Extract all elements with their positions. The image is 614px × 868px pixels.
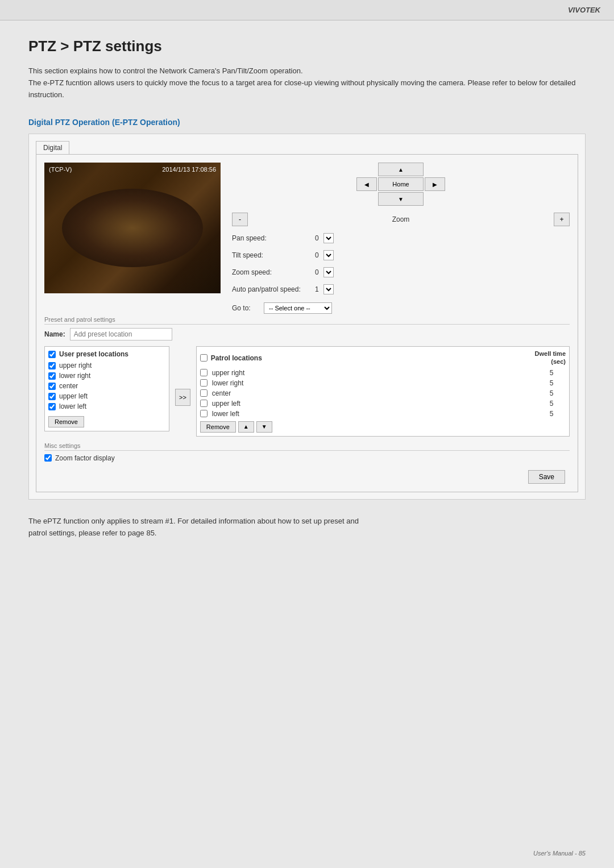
zoom-speed-row: Zoom speed: 0 ▼: [232, 267, 570, 277]
tab-digital[interactable]: Digital: [36, 141, 69, 154]
patrol-down-button[interactable]: ▼: [256, 421, 272, 433]
patrol-box: Patrol locations Dwell time(sec) upper r…: [196, 346, 570, 436]
up-button[interactable]: ▲: [378, 163, 424, 176]
zoom-factor-label: Zoom factor display: [55, 454, 115, 462]
brand-label: VIVOTEK: [568, 6, 600, 14]
pan-speed-label: Pan speed:: [232, 234, 312, 242]
camera-feed: (TCP-V) 2014/1/13 17:08:56: [44, 163, 221, 293]
patrol-remove-button[interactable]: Remove: [200, 421, 236, 433]
zoom-label: Zoom: [250, 215, 551, 223]
user-presets-remove-button[interactable]: Remove: [48, 416, 84, 427]
preset-item-upper-right: upper right: [48, 362, 165, 369]
preset-checkbox-lower-right[interactable]: [48, 372, 56, 380]
dwell-time-header: Dwell time(sec): [535, 350, 566, 365]
preset-layout: User preset locations upper right lower …: [44, 346, 570, 436]
preset-section: Preset and patrol settings Name: User pr…: [44, 316, 570, 436]
tilt-speed-row: Tilt speed: 0 ▼: [232, 250, 570, 260]
user-presets-checkbox[interactable]: [48, 351, 56, 358]
right-button[interactable]: ▶: [425, 177, 445, 191]
patrol-item-lower-left: lower left 5: [200, 410, 566, 418]
patrol-item-upper-right: upper right 5: [200, 369, 566, 377]
preset-item-upper-left: upper left: [48, 392, 165, 400]
page: VIVOTEK PTZ > PTZ settings This section …: [0, 0, 614, 868]
patrol-checkbox-lower-right[interactable]: [200, 379, 208, 387]
zoom-minus-button[interactable]: -: [232, 213, 248, 226]
patrol-item-lower-right: lower right 5: [200, 379, 566, 387]
goto-select[interactable]: -- Select one --: [264, 302, 332, 314]
section-title: Digital PTZ Operation (E-PTZ Operation): [28, 118, 586, 127]
zoom-speed-value: 0: [315, 268, 319, 276]
tilt-speed-value: 0: [315, 251, 319, 259]
tilt-speed-select[interactable]: ▼: [323, 250, 334, 260]
preset-item-lower-left: lower left: [48, 402, 165, 410]
camera-datetime: 2014/1/13 17:08:56: [162, 166, 216, 173]
patrol-header-checkbox[interactable]: [200, 354, 208, 362]
footer-text: The ePTZ function only applies to stream…: [28, 516, 586, 539]
auto-pan-label: Auto pan/patrol speed:: [232, 285, 312, 293]
patrol-item-upper-left: upper left 5: [200, 400, 566, 408]
pan-speed-value: 0: [315, 234, 319, 242]
misc-section: Misc settings Zoom factor display: [44, 442, 570, 462]
zoom-speed-label: Zoom speed:: [232, 268, 312, 276]
patrol-checkbox-lower-left[interactable]: [200, 410, 208, 417]
ptz-layout: (TCP-V) 2014/1/13 17:08:56 ▲ ◀ Hom: [44, 163, 570, 314]
pan-speed-row: Pan speed: 0 ▼: [232, 233, 570, 243]
user-presets-header: User preset locations: [48, 350, 165, 358]
main-panel: Digital (TCP-V) 2014/1/13 17:08:56: [28, 134, 586, 499]
preset-checkbox-upper-left[interactable]: [48, 393, 56, 400]
camera-overlay: (TCP-V): [49, 166, 72, 173]
zoom-factor-item: Zoom factor display: [44, 454, 570, 462]
home-button[interactable]: Home: [378, 177, 424, 191]
patrol-header: Patrol locations: [200, 354, 262, 362]
controls-panel: ▲ ◀ Home ▶ ▼: [232, 163, 570, 314]
tilt-speed-label: Tilt speed:: [232, 251, 312, 259]
down-button[interactable]: ▼: [378, 192, 424, 206]
preset-checkbox-center[interactable]: [48, 383, 56, 390]
zoom-plus-button[interactable]: +: [554, 213, 570, 226]
tab-bar: Digital: [36, 141, 578, 154]
pan-speed-select[interactable]: ▼: [323, 233, 334, 243]
misc-title: Misc settings: [44, 442, 570, 451]
zoom-speed-select[interactable]: ▼: [323, 267, 334, 277]
page-title: PTZ > PTZ settings: [28, 38, 586, 55]
move-to-patrol-button[interactable]: >>: [175, 389, 190, 406]
goto-label: Go to:: [232, 304, 260, 312]
auto-pan-select[interactable]: ▼: [323, 284, 334, 294]
patrol-up-button[interactable]: ▲: [238, 421, 254, 433]
patrol-checkbox-upper-right[interactable]: [200, 369, 208, 376]
top-bar: VIVOTEK: [0, 0, 614, 20]
name-row: Name:: [44, 328, 570, 340]
left-button[interactable]: ◀: [356, 177, 377, 191]
goto-row: Go to: -- Select one --: [232, 302, 570, 314]
preset-checkbox-upper-right[interactable]: [48, 362, 56, 369]
preset-section-title: Preset and patrol settings: [44, 316, 570, 325]
page-number: User's Manual - 85: [533, 850, 586, 857]
preset-checkbox-lower-left[interactable]: [48, 403, 56, 410]
auto-pan-value: 1: [315, 285, 319, 293]
name-input[interactable]: [70, 328, 172, 340]
patrol-item-center: center 5: [200, 389, 566, 397]
panel-inner: (TCP-V) 2014/1/13 17:08:56 ▲ ◀ Hom: [36, 154, 578, 492]
user-presets-box: User preset locations upper right lower …: [44, 346, 169, 431]
patrol-checkbox-upper-left[interactable]: [200, 400, 208, 407]
patrol-checkbox-center[interactable]: [200, 389, 208, 397]
save-button[interactable]: Save: [528, 470, 565, 484]
preset-item-lower-right: lower right: [48, 372, 165, 380]
zoom-factor-checkbox[interactable]: [44, 454, 52, 462]
intro-text: This section explains how to control the…: [28, 65, 586, 101]
zoom-row: - Zoom +: [232, 213, 570, 226]
save-row: Save: [44, 470, 570, 484]
camera-image: [44, 163, 221, 293]
preset-item-center: center: [48, 382, 165, 390]
name-label: Name:: [44, 330, 65, 338]
content-area: PTZ > PTZ settings This section explains…: [0, 20, 614, 562]
auto-pan-row: Auto pan/patrol speed: 1 ▼: [232, 284, 570, 294]
